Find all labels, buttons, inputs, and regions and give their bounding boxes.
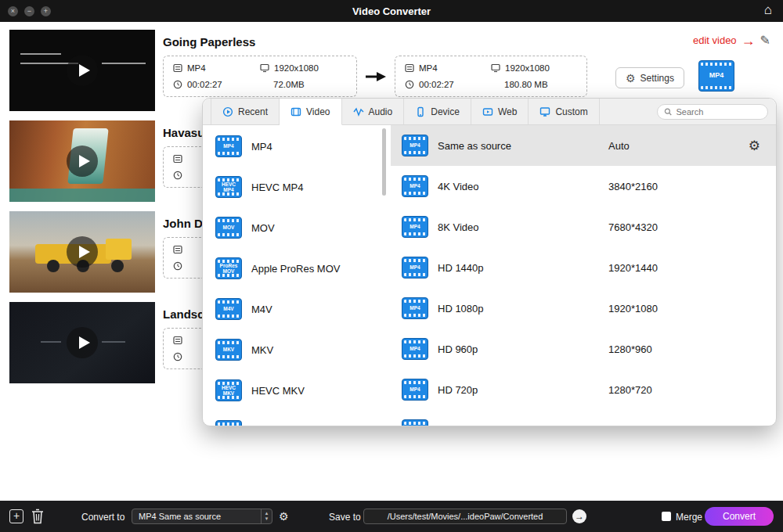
file-format-icon bbox=[405, 63, 414, 73]
merge-checkbox[interactable] bbox=[662, 512, 671, 521]
output-format-dropdown[interactable]: MP4 Same as source ▲▼ bbox=[132, 509, 272, 524]
open-folder-button[interactable]: → bbox=[572, 509, 586, 523]
clock-icon bbox=[173, 261, 182, 271]
save-to-label: Save to bbox=[329, 512, 361, 523]
play-button[interactable] bbox=[67, 55, 98, 86]
format-list-scrollbar[interactable] bbox=[382, 128, 386, 196]
mp4-format-icon: MP4 bbox=[402, 338, 428, 360]
convert-settings-gear-icon[interactable]: ⚙ bbox=[279, 510, 289, 523]
resolution-item-720p[interactable]: MP4 HD 720p 1280*720 bbox=[391, 369, 776, 410]
audio-icon bbox=[353, 106, 364, 117]
file-format-icon bbox=[173, 336, 182, 345]
thumbnail-art bbox=[41, 341, 61, 343]
search-input[interactable] bbox=[677, 107, 762, 117]
format-item-m4v[interactable]: M4V M4V bbox=[203, 289, 381, 329]
search-icon bbox=[664, 107, 673, 117]
mp4-format-icon: MP4 bbox=[402, 216, 428, 238]
output-format-icon[interactable]: MP4 bbox=[698, 60, 734, 92]
format-item-prores-mov[interactable]: ProRes MOV Apple ProRes MOV bbox=[203, 248, 381, 289]
arrow-right-icon: → bbox=[575, 511, 584, 522]
titlebar: × − + Video Converter ⌂ bbox=[0, 0, 783, 22]
add-files-button[interactable]: + bbox=[9, 509, 23, 523]
mp4-format-icon: MP4 bbox=[215, 135, 242, 157]
prores-mov-format-icon: ProRes MOV bbox=[215, 257, 242, 279]
bottom-toolbar: + Convert to MP4 Same as source ▲▼ ⚙ Sav… bbox=[0, 501, 783, 532]
source-format: MP4 bbox=[173, 63, 260, 74]
custom-icon bbox=[539, 106, 550, 117]
resolution-item-partial[interactable]: MP4 bbox=[391, 410, 776, 426]
mp4-format-icon: MP4 bbox=[402, 135, 428, 156]
thumbnail-art bbox=[102, 341, 125, 343]
search-field[interactable] bbox=[657, 104, 768, 120]
video-title: Landsc bbox=[163, 307, 204, 321]
convert-button[interactable]: Convert bbox=[705, 507, 774, 526]
format-tabs: Recent Video Audio Device Web Custom bbox=[203, 99, 776, 125]
video-thumbnail[interactable] bbox=[9, 211, 155, 293]
resolution-item-1080p[interactable]: MP4 HD 1080p 1920*1080 bbox=[391, 288, 776, 329]
tab-device[interactable]: Device bbox=[404, 99, 471, 124]
save-path-field[interactable]: /Users/test/Movies/...ideoPaw/Converted bbox=[363, 509, 567, 524]
web-icon bbox=[482, 106, 493, 117]
window-title: Video Converter bbox=[0, 5, 783, 17]
settings-button[interactable]: ⚙ Settings bbox=[615, 67, 684, 88]
recent-icon bbox=[222, 106, 233, 117]
preset-settings-gear-icon[interactable]: ⚙ bbox=[749, 138, 760, 154]
resolution-item-4k[interactable]: MP4 4K Video 3840*2160 bbox=[391, 166, 776, 207]
output-info-box: MP4 1920x1080 00:02:27 180.80 MB bbox=[395, 56, 587, 97]
mp4-format-icon: MP4 bbox=[402, 257, 428, 279]
video-thumbnail[interactable] bbox=[9, 302, 155, 383]
tab-audio[interactable]: Audio bbox=[342, 99, 405, 124]
source-info-box: MP4 1920x1080 00:02:27 72.0MB bbox=[163, 56, 357, 97]
tab-web[interactable]: Web bbox=[471, 99, 529, 124]
thumbnail-art bbox=[111, 260, 124, 272]
mkv-format-icon: MKV bbox=[215, 339, 242, 361]
output-format: MP4 bbox=[405, 63, 491, 74]
video-thumbnail[interactable] bbox=[9, 30, 155, 111]
format-item-mp4[interactable]: MP4 MP4 bbox=[203, 126, 381, 167]
thumbnail-art bbox=[47, 260, 60, 272]
resolution-item-8k[interactable]: MP4 8K Video 7680*4320 bbox=[391, 207, 776, 247]
home-icon[interactable]: ⌂ bbox=[764, 2, 772, 18]
clock-icon bbox=[173, 80, 182, 89]
output-size: 180.80 MB bbox=[491, 79, 577, 90]
device-icon bbox=[415, 106, 426, 117]
resolution-list: MP4 Same as source Auto ⚙ MP4 4K Video 3… bbox=[391, 125, 776, 426]
delete-button[interactable] bbox=[31, 509, 44, 527]
thumbnail-art bbox=[20, 53, 61, 55]
format-item-mkv[interactable]: MKV MKV bbox=[203, 329, 381, 370]
display-icon bbox=[260, 63, 269, 73]
tab-video[interactable]: Video bbox=[280, 99, 341, 125]
convert-arrow-icon bbox=[365, 71, 387, 82]
output-resolution: 1920x1080 bbox=[491, 63, 577, 74]
resolution-item-960p[interactable]: MP4 HD 960p 1280*960 bbox=[391, 329, 776, 369]
play-button[interactable] bbox=[67, 146, 98, 177]
play-button[interactable] bbox=[67, 327, 98, 358]
edit-video-hint: edit video → ✎ bbox=[693, 33, 770, 48]
source-size: 72.0MB bbox=[260, 79, 347, 90]
resolution-item-1440p[interactable]: MP4 HD 1440p 1920*1440 bbox=[391, 247, 776, 288]
gear-icon: ⚙ bbox=[626, 72, 636, 84]
format-item-mov[interactable]: MOV MOV bbox=[203, 207, 381, 248]
mp4-format-icon: MP4 bbox=[402, 175, 428, 197]
tab-custom[interactable]: Custom bbox=[529, 99, 599, 124]
hevc-mp4-format-icon: HEVC MP4 bbox=[215, 176, 242, 198]
clock-icon bbox=[173, 171, 182, 180]
source-duration: 00:02:27 bbox=[173, 79, 260, 90]
m4v-format-icon: M4V bbox=[215, 298, 242, 320]
format-icon bbox=[215, 420, 242, 426]
mp4-format-icon: MP4 bbox=[402, 419, 428, 426]
mp4-format-icon: MP4 bbox=[402, 297, 428, 319]
tab-recent[interactable]: Recent bbox=[211, 99, 280, 124]
format-item-hevc-mp4[interactable]: HEVC MP4 HEVC MP4 bbox=[203, 167, 381, 207]
display-icon bbox=[491, 63, 500, 73]
play-button[interactable] bbox=[67, 236, 98, 268]
video-thumbnail[interactable] bbox=[9, 120, 155, 202]
resolution-item-same-as-source[interactable]: MP4 Same as source Auto ⚙ bbox=[391, 125, 776, 166]
trash-icon bbox=[31, 509, 44, 524]
video-icon bbox=[290, 106, 301, 117]
edit-pencil-icon[interactable]: ✎ bbox=[760, 33, 770, 48]
format-item-hevc-mkv[interactable]: HEVC MKV HEVC MKV bbox=[203, 370, 381, 411]
file-format-icon bbox=[173, 245, 182, 254]
hevc-mkv-format-icon: HEVC MKV bbox=[215, 379, 242, 401]
format-item-partial[interactable] bbox=[203, 411, 381, 426]
